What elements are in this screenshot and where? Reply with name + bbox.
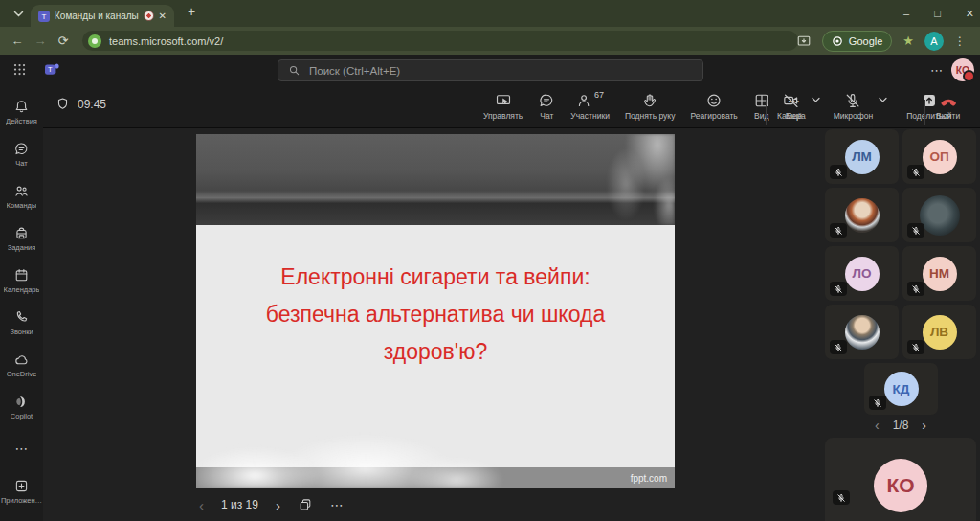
sidebar-item-more[interactable]: ⋯ <box>0 428 43 470</box>
leave-button[interactable]: Выйти <box>936 92 960 121</box>
participant-avatar: ЛМ <box>845 140 880 174</box>
phone-icon <box>13 309 30 326</box>
bookmark-star-icon[interactable]: ★ <box>902 34 914 48</box>
address-bar[interactable]: teams.microsoft.com/v2/ <box>82 31 798 51</box>
participant-photo-avatar <box>845 198 880 233</box>
app-window: T Команды и каналы | Собр ✕ + – □ ✕ ← → … <box>0 0 980 521</box>
microphone-button[interactable]: Микрофон <box>834 92 873 121</box>
muted-mic-icon <box>830 340 847 354</box>
raise-hand-icon <box>641 92 658 109</box>
browser-profile-avatar[interactable]: A <box>924 32 944 51</box>
shared-presentation-slide: Електронні сигарети та вейпи: безпечна а… <box>196 134 675 488</box>
slide-navigation: ‹ 1 из 19 › ⋯ <box>199 496 344 513</box>
toolbar-divider <box>924 100 925 125</box>
window-minimize-button[interactable]: – <box>903 8 909 19</box>
participants-count-badge: 67 <box>594 90 604 100</box>
teams-favicon-icon: T <box>38 11 50 22</box>
camera-chevron-icon[interactable] <box>812 97 820 103</box>
teams-header-more-icon[interactable]: ⋯ <box>930 63 943 78</box>
sidebar-item-chat[interactable]: Чат <box>0 133 43 175</box>
participant-tile[interactable]: ЛМ <box>825 129 899 184</box>
site-icon[interactable] <box>88 34 101 48</box>
install-app-icon[interactable] <box>796 34 812 49</box>
sidebar-item-calendar[interactable]: Календарь <box>0 260 43 302</box>
participant-photo-avatar <box>920 195 960 236</box>
chat-icon <box>13 141 30 157</box>
slide-title: Електронні сигарети та вейпи: безпечна а… <box>220 259 651 371</box>
back-button[interactable]: ← <box>6 34 29 48</box>
self-avatar: КО <box>874 459 927 512</box>
google-lens-icon <box>832 35 843 47</box>
cloud-icon <box>13 351 30 368</box>
react-button[interactable]: Реагировать <box>690 92 737 121</box>
sidebar-item-assignments[interactable]: Задания <box>0 217 43 260</box>
app-launcher-waffle-icon[interactable] <box>12 62 27 77</box>
copilot-icon <box>13 394 30 410</box>
tab-close-icon[interactable]: ✕ <box>159 11 167 21</box>
participant-avatar: КД <box>884 372 919 406</box>
participant-avatar: ЛВ <box>923 315 957 350</box>
teams-logo-icon: T <box>44 61 60 78</box>
participant-photo-avatar <box>845 315 880 350</box>
camera-button[interactable]: Камера <box>777 92 806 121</box>
raise-hand-button[interactable]: Поднять руку <box>625 92 676 121</box>
search-box[interactable] <box>278 59 703 81</box>
microphone-chevron-icon[interactable] <box>879 97 887 103</box>
window-maximize-button[interactable]: □ <box>934 8 941 19</box>
bell-icon <box>13 99 30 115</box>
slide-next-icon[interactable]: › <box>276 497 280 513</box>
sidebar-item-activity[interactable]: Действия <box>0 91 43 133</box>
participant-tile[interactable]: ЛО <box>825 246 899 301</box>
search-input[interactable] <box>307 64 693 78</box>
browser-tab-strip: T Команды и каналы | Собр ✕ + – □ ✕ <box>0 0 980 27</box>
slide-prev-icon[interactable]: ‹ <box>199 497 204 513</box>
participants-icon <box>576 92 593 109</box>
chat-bubble-icon <box>538 92 555 109</box>
participant-tile[interactable]: КД <box>864 363 938 415</box>
slide-more-icon[interactable]: ⋯ <box>330 496 344 513</box>
sidebar-item-apps[interactable]: Приложен… <box>0 470 43 512</box>
self-video-tile[interactable]: КО <box>825 438 976 521</box>
sidebar-item-copilot[interactable]: Copilot <box>0 386 43 428</box>
pagination-next-icon[interactable]: › <box>922 418 926 433</box>
apps-plus-icon <box>13 478 30 494</box>
participant-avatar: ОП <box>923 140 957 174</box>
participant-tile[interactable]: ЛВ <box>902 305 976 359</box>
manage-button[interactable]: Управлять <box>483 92 523 121</box>
pagination-prev-icon[interactable]: ‹ <box>875 418 880 433</box>
url-text: teams.microsoft.com/v2/ <box>109 35 223 47</box>
browser-tab[interactable]: T Команды и каналы | Собр ✕ <box>31 5 174 27</box>
muted-mic-icon <box>833 490 850 505</box>
participant-tile[interactable] <box>825 188 899 242</box>
participants-button[interactable]: 67 Участники <box>570 92 610 121</box>
participant-avatar: НМ <box>923 257 957 291</box>
svg-text:T: T <box>42 12 47 21</box>
smiley-icon <box>705 92 723 109</box>
camera-off-icon <box>782 92 800 109</box>
new-tab-button[interactable]: + <box>188 4 195 19</box>
window-close-button[interactable]: ✕ <box>966 8 974 20</box>
view-button[interactable]: Вид <box>753 92 770 121</box>
recording-indicator-icon <box>144 11 154 21</box>
muted-mic-icon <box>869 396 886 410</box>
chat-button[interactable]: Чат <box>538 92 555 121</box>
forward-button[interactable]: → <box>29 34 52 48</box>
sidebar-item-onedrive[interactable]: OneDrive <box>0 344 43 386</box>
participant-tile[interactable] <box>902 188 976 242</box>
slide-grid-view-icon[interactable] <box>298 497 313 512</box>
teams-people-icon <box>13 183 30 199</box>
sidebar-item-calls[interactable]: Звонки <box>0 302 43 344</box>
google-button[interactable]: Google <box>822 31 892 52</box>
participant-tile[interactable]: НМ <box>902 246 976 301</box>
participant-tile[interactable]: ОП <box>902 129 976 184</box>
teams-profile-avatar[interactable]: КО <box>951 58 974 81</box>
tab-search-chevron-icon[interactable] <box>8 6 29 22</box>
refresh-button[interactable]: ⟳ <box>52 34 75 48</box>
watermark-text: fppt.com <box>631 473 667 484</box>
browser-menu-icon[interactable]: ⋮ <box>954 34 967 48</box>
muted-mic-icon <box>907 340 924 354</box>
muted-mic-icon <box>830 282 847 296</box>
sidebar-item-teams[interactable]: Команды <box>0 175 43 217</box>
participant-avatar: ЛО <box>845 257 880 291</box>
participant-tile[interactable] <box>825 305 899 359</box>
